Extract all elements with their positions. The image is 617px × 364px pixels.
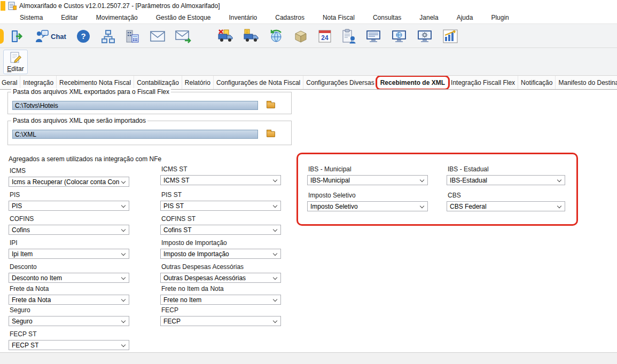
- monitor-globe-icon: [391, 29, 407, 44]
- menu-item-movimentacao[interactable]: Movimentação: [87, 13, 147, 22]
- desconto-combobox[interactable]: Desconto no Item: [9, 273, 129, 283]
- field-cbs: CBS CBS Federal: [447, 192, 565, 211]
- chat-button-label: Chat: [51, 33, 66, 41]
- fiscall-flex-export-browse-button[interactable]: [264, 100, 277, 110]
- tab-recebimento-de-xml[interactable]: Recebimento de XML: [378, 76, 448, 89]
- clipboard-user-button[interactable]: [338, 27, 360, 45]
- monitor-list-button[interactable]: [362, 27, 385, 45]
- red-highlight-annotation-ibs-cbs: [296, 153, 578, 226]
- main-toolbar: Chat ?: [0, 23, 617, 48]
- desconto-label: Desconto: [9, 263, 129, 271]
- outras-despesas-value: Outras Despesas Acessórias: [163, 274, 246, 282]
- ibs-municipal-combobox[interactable]: IBS-Municipal: [307, 175, 428, 185]
- xml-import-browse-button[interactable]: [264, 129, 277, 139]
- truck-cancel-button[interactable]: [214, 27, 237, 45]
- fecp-combobox[interactable]: FECP: [160, 316, 281, 326]
- tab-geral[interactable]: Geral: [0, 76, 20, 89]
- tab-configuracoes-diversas[interactable]: Configurações Diversas: [303, 76, 377, 89]
- svg-text:24: 24: [321, 34, 329, 42]
- ipi-combobox[interactable]: Ipi Item: [9, 249, 129, 259]
- globe-sync-button[interactable]: [265, 27, 287, 45]
- menu-item-editar[interactable]: Editar: [52, 13, 87, 22]
- menu-item-inventario[interactable]: Inventário: [220, 13, 267, 22]
- chevron-down-icon: [273, 297, 277, 302]
- fecp-st-value: FECP ST: [12, 342, 38, 349]
- monitor-list-icon: [365, 29, 381, 44]
- frete-da-nota-combobox[interactable]: Frete da Nota: [9, 295, 129, 305]
- chart-button[interactable]: [439, 27, 462, 45]
- tab-configuracoes-de-nota-fiscal[interactable]: Configurações de Nota Fiscal: [214, 76, 303, 89]
- icms-st-label: ICMS ST: [160, 165, 281, 173]
- menu-item-cadastros[interactable]: Cadastros: [266, 13, 314, 22]
- menu-item-ajuda[interactable]: Ajuda: [448, 13, 482, 22]
- xml-import-groupbox: Pasta dos arquivos XML que serão importa…: [7, 121, 292, 145]
- edit-button[interactable]: Editar: [3, 50, 28, 74]
- monitor-settings-button[interactable]: [413, 27, 436, 45]
- cofins-value: Cofins: [12, 226, 30, 234]
- toolbar-group-system: Chat ?: [5, 27, 196, 45]
- pis-st-combobox[interactable]: PIS ST: [160, 201, 281, 211]
- field-cofins-st: COFINS ST Cofins ST: [160, 215, 281, 235]
- tab-integracao-fiscall-flex[interactable]: Integração Fiscall Flex: [448, 76, 518, 89]
- frete-no-item-combobox[interactable]: Frete no Item: [160, 295, 281, 305]
- imposto-importacao-combobox[interactable]: Imposto de Importação: [160, 249, 281, 259]
- pis-combobox[interactable]: PIS: [9, 201, 129, 211]
- tab-recebimento-nota-fiscal[interactable]: Recebimento Nota Fiscal: [57, 76, 134, 89]
- field-ibs-estadual: IBS - Estadual IBS-Estadual: [447, 165, 565, 185]
- ipi-label: IPI: [9, 239, 129, 247]
- field-pis-st: PIS ST PIS ST: [160, 191, 281, 211]
- icms-value: Icms a Recuperar (Colocar conta Contab: [12, 178, 119, 186]
- cbs-label: CBS: [447, 192, 565, 199]
- tab-notificacao[interactable]: Notificação: [518, 76, 556, 89]
- hierarchy-icon: [100, 29, 115, 44]
- truck-cancel-icon: [217, 29, 233, 44]
- icms-combobox[interactable]: Icms a Recuperar (Colocar conta Contab: [9, 177, 129, 187]
- chevron-down-icon: [121, 251, 126, 256]
- menu-item-gestao-de-estoque[interactable]: Gestão de Estoque: [147, 13, 220, 22]
- cofins-st-combobox[interactable]: Cofins ST: [160, 225, 281, 235]
- menu-item-nota-fiscal[interactable]: Nota Fiscal: [314, 13, 364, 22]
- desconto-value: Desconto no Item: [12, 274, 62, 282]
- mail-send-button[interactable]: [171, 27, 196, 45]
- fecp-st-combobox[interactable]: FECP ST: [9, 340, 129, 350]
- menu-item-sistema[interactable]: Sistema: [11, 13, 52, 22]
- menu-item-janela[interactable]: Janela: [410, 13, 447, 22]
- chevron-down-icon: [273, 178, 277, 182]
- fiscall-flex-export-path-input[interactable]: [12, 101, 258, 110]
- tab-manifesto-do-destinatario[interactable]: Manifesto do Destinatário: [556, 76, 617, 89]
- icms-label: ICMS: [9, 167, 129, 175]
- tab-relatorio[interactable]: Relatório: [182, 76, 214, 89]
- package-button[interactable]: [290, 27, 312, 45]
- help-button[interactable]: ?: [72, 27, 95, 45]
- seguro-combobox[interactable]: Seguro: [9, 316, 129, 326]
- ipi-value: Ipi Item: [12, 250, 33, 258]
- menu-item-plugin[interactable]: Plugin: [482, 13, 518, 22]
- ibs-estadual-combobox[interactable]: IBS-Estadual: [447, 175, 565, 185]
- chat-button[interactable]: Chat: [31, 27, 70, 45]
- cofins-combobox[interactable]: Cofins: [9, 225, 129, 235]
- imposto-seletivo-combobox[interactable]: Imposto Seletivo: [307, 201, 428, 211]
- mail-button[interactable]: [146, 27, 169, 45]
- company-calculator-button[interactable]: [121, 27, 144, 45]
- monitor-globe-button[interactable]: [387, 27, 411, 45]
- tab-contabilizacao[interactable]: Contabilização: [134, 76, 182, 89]
- chevron-down-icon: [121, 343, 126, 347]
- truck-document-button[interactable]: [239, 27, 263, 45]
- outras-despesas-combobox[interactable]: Outras Despesas Acessórias: [160, 273, 281, 283]
- exit-button[interactable]: [5, 27, 29, 45]
- xml-import-path-input[interactable]: [12, 130, 258, 139]
- mail-send-icon: [175, 29, 192, 43]
- calendar-24-button[interactable]: 24: [314, 27, 335, 45]
- imposto-seletivo-value: Imposto Seletivo: [310, 203, 358, 210]
- tab-integracao[interactable]: Integração: [20, 76, 57, 89]
- tab-recebimento-de-xml-label: Recebimento de XML: [380, 79, 445, 86]
- aggregates-section-title: Agregados a serem utilizados na integraç…: [9, 155, 161, 163]
- field-frete-no-item: Frete no Item da Nota Frete no Item: [160, 285, 281, 305]
- help-icon: ?: [76, 29, 91, 44]
- cbs-combobox[interactable]: CBS Federal: [447, 201, 565, 211]
- menu-item-consultas[interactable]: Consultas: [364, 13, 410, 22]
- icms-st-combobox[interactable]: ICMS ST: [160, 175, 281, 185]
- hierarchy-button[interactable]: [97, 27, 119, 45]
- company-calculator-icon: [125, 29, 140, 44]
- field-seguro: Seguro Seguro: [9, 306, 129, 326]
